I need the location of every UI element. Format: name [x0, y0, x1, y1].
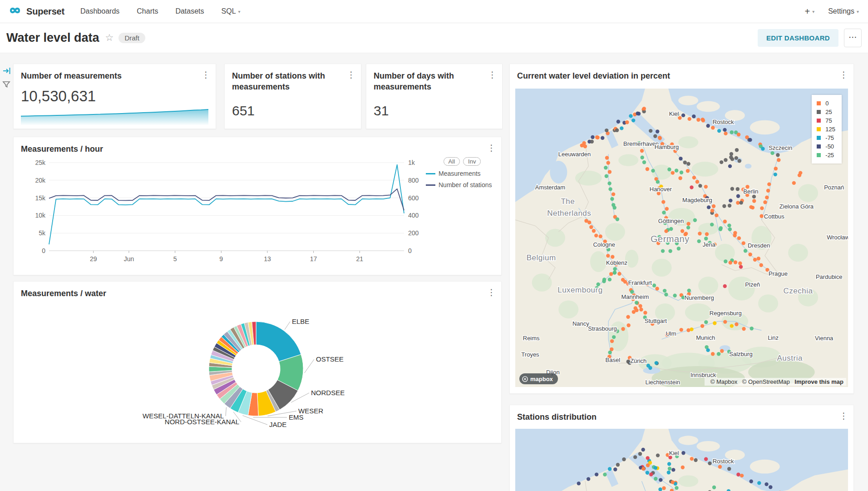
stations-map[interactable]: KielRostock [515, 429, 848, 491]
station-dot [637, 281, 641, 285]
station-dot [723, 128, 726, 132]
station-dot [715, 213, 718, 217]
x-axis-label: 5 [173, 255, 177, 263]
improve-map-link[interactable]: Improve this map [794, 378, 843, 385]
station-dot [668, 467, 671, 471]
expand-filter-bar-icon[interactable] [2, 66, 11, 75]
station-dot [655, 361, 658, 365]
map-green-area [788, 244, 808, 262]
station-dot [604, 166, 607, 169]
favorite-star-icon[interactable]: ☆ [105, 32, 114, 43]
chart-menu-icon[interactable]: ⋮ [487, 287, 496, 298]
station-dot [628, 361, 631, 365]
station-dot [643, 316, 647, 319]
y-axis-left-tick: 15k [35, 194, 46, 202]
pie-label: WESEL-DATTELN-KANAL [143, 412, 224, 420]
settings-menu[interactable]: Settings▾ [828, 7, 859, 15]
chart-menu-icon[interactable]: ⋮ [347, 69, 355, 80]
station-dot [646, 463, 650, 467]
pie-callout-line [305, 359, 314, 373]
map-green-area [575, 171, 602, 186]
nav-item-dashboards[interactable]: Dashboards [72, 0, 128, 23]
station-dot [705, 232, 709, 236]
station-dot [664, 293, 668, 296]
chart-menu-icon[interactable]: ⋮ [839, 411, 848, 421]
station-dot [736, 473, 740, 476]
chart-menu-icon[interactable]: ⋮ [488, 69, 497, 80]
legend-value-label: 0 [825, 100, 829, 107]
station-dot [765, 196, 769, 199]
station-dot [729, 261, 732, 264]
superset-logo[interactable]: Superset [0, 5, 72, 17]
pie-slice-elbe[interactable] [256, 322, 301, 362]
station-dot [648, 319, 651, 323]
station-dot [617, 272, 621, 276]
station-dot [753, 258, 757, 262]
station-dot [730, 324, 734, 327]
map-lake [745, 164, 752, 169]
legend-item-number-of-stations[interactable]: Number of stations [426, 181, 498, 188]
chart-menu-icon[interactable]: ⋮ [202, 69, 210, 80]
station-dot [608, 351, 612, 354]
legend-swatch [426, 173, 435, 174]
station-dot [681, 229, 684, 233]
station-dot [616, 218, 619, 221]
station-dot [677, 247, 681, 250]
nav-item-sql[interactable]: SQL▾ [213, 0, 249, 23]
station-dot [607, 161, 610, 164]
station-dot [675, 486, 678, 490]
more-options-button[interactable]: ⋯ [844, 29, 862, 47]
map-island [750, 120, 780, 135]
legend-item-measurements[interactable]: Measurements [426, 170, 498, 177]
map-legend-item: 125 [817, 125, 835, 134]
station-dot [642, 160, 646, 164]
x-axis-label: 21 [356, 255, 363, 263]
edit-dashboard-button[interactable]: EDIT DASHBOARD [758, 29, 838, 47]
legend-color-swatch [817, 144, 821, 149]
station-dot [661, 249, 665, 253]
legend-color-swatch [817, 136, 821, 140]
station-dot [710, 209, 714, 213]
station-dot [735, 148, 739, 152]
chart-menu-icon[interactable]: ⋮ [839, 69, 848, 80]
station-dot [723, 320, 727, 323]
mapbox-logo[interactable]: mapbox [519, 373, 558, 384]
chart-title: Measurements / water [21, 288, 481, 299]
station-dot [664, 216, 668, 219]
pie-callout-line [242, 416, 267, 425]
new-item-button[interactable]: +▾ [804, 6, 814, 17]
station-dot [693, 218, 697, 222]
station-dot [608, 170, 612, 174]
map-green-area [558, 300, 578, 318]
osm-attribution-link[interactable]: © OpenStreetMap [742, 378, 790, 385]
chart-menu-icon[interactable]: ⋮ [487, 143, 496, 153]
station-dot [629, 114, 632, 118]
deviation-map[interactable]: TheNetherlandsBelgiumLuxembourgGermanyCz… [515, 89, 848, 387]
station-dot [708, 241, 711, 244]
station-dot [615, 263, 618, 266]
station-dot [686, 162, 690, 166]
mapbox-attribution-link[interactable]: © Mapbox [710, 378, 737, 385]
legend-color-swatch [817, 127, 821, 131]
station-dot [616, 120, 620, 124]
station-dot [625, 120, 629, 124]
nav-item-charts[interactable]: Charts [128, 0, 167, 23]
station-dot [681, 296, 685, 299]
station-dot [605, 129, 608, 132]
filter-icon[interactable] [2, 80, 11, 89]
map-legend-item: 25 [817, 108, 835, 116]
station-dot [692, 176, 696, 179]
station-dot [612, 335, 616, 339]
donut-chart[interactable]: ELBEOSTSEENORDSEEWESEREMSJADENORD-OSTSEE… [14, 282, 501, 443]
station-dot [661, 200, 665, 203]
mapbox-icon [522, 376, 528, 382]
station-dot [652, 283, 656, 287]
station-dot [667, 462, 671, 466]
station-dot [728, 164, 732, 168]
legend-all-button[interactable]: All [444, 157, 460, 166]
nav-item-datasets[interactable]: Datasets [167, 0, 212, 23]
station-dot [765, 268, 769, 272]
station-dot [587, 477, 590, 481]
legend-inv-button[interactable]: Inv [463, 157, 481, 166]
map-green-area [685, 303, 712, 321]
